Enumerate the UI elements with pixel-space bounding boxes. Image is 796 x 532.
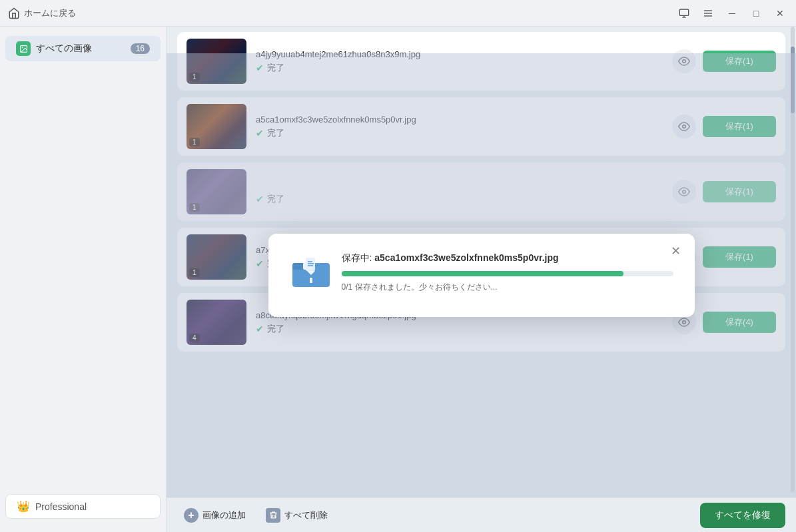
image-svg <box>19 45 28 53</box>
folder-svg <box>290 252 332 290</box>
screen-button[interactable] <box>673 3 695 24</box>
modal-filename: a5ca1omxf3c3we5zolxfnnek0ms5p0vr.jpg <box>374 252 558 263</box>
images-count-badge: 16 <box>131 43 150 54</box>
svg-rect-0 <box>679 9 688 15</box>
titlebar: ホームに戻る ─ □ ✕ <box>0 0 796 27</box>
home-icon <box>8 7 20 19</box>
crown-icon: 👑 <box>17 500 30 513</box>
modal-body: 保存中: a5ca1omxf3c3we5zolxfnnek0ms5p0vr.jp… <box>290 252 673 293</box>
minimize-button[interactable]: ─ <box>721 3 743 24</box>
save-dialog: ✕ <box>268 234 695 317</box>
folder-icon <box>290 252 330 289</box>
modal-close-button[interactable]: ✕ <box>667 242 685 260</box>
sidebar-item-all-images[interactable]: すべての画像 16 <box>5 36 161 61</box>
professional-label: Professional <box>35 501 87 512</box>
delete-icon <box>266 508 280 523</box>
window-controls: ─ □ ✕ <box>673 0 791 27</box>
svg-rect-15 <box>306 258 315 271</box>
modal-title: 保存中: a5ca1omxf3c3we5zolxfnnek0ms5p0vr.jp… <box>342 252 673 264</box>
add-images-button[interactable]: + 画像の追加 <box>177 504 252 527</box>
bottom-bar: + 画像の追加 すべて削除 すべてを修復 <box>167 497 796 532</box>
images-icon <box>16 41 31 56</box>
all-images-label: すべての画像 <box>36 43 92 55</box>
delete-all-label: すべて削除 <box>284 509 328 521</box>
sidebar: すべての画像 16 👑 Professional <box>0 27 167 532</box>
home-button[interactable]: ホームに戻る <box>8 7 76 19</box>
main-layout: すべての画像 16 👑 Professional 1 a4jy9yuuab4mt… <box>0 27 796 532</box>
modal-progress-text: 0/1 保存されました。少々お待ちください... <box>342 282 673 293</box>
content-area: 1 a4jy9yuuab4mtej2me61zhua0s8n3x9m.jpg ✔… <box>167 27 796 532</box>
add-icon: + <box>184 508 199 523</box>
sidebar-item-left: すべての画像 <box>16 41 92 56</box>
menu-icon <box>703 8 713 19</box>
saving-prefix: 保存中: <box>342 252 375 263</box>
progress-bar-fill <box>342 271 623 276</box>
repair-all-button[interactable]: すべてを修復 <box>700 503 785 528</box>
modal-overlay: ✕ <box>167 53 796 497</box>
modal-content: 保存中: a5ca1omxf3c3we5zolxfnnek0ms5p0vr.jp… <box>342 252 673 293</box>
close-button[interactable]: ✕ <box>769 3 791 24</box>
trash-svg <box>269 511 278 519</box>
professional-button[interactable]: 👑 Professional <box>5 494 161 519</box>
bottom-left: + 画像の追加 すべて削除 <box>177 504 334 527</box>
menu-button[interactable] <box>697 3 719 24</box>
svg-rect-20 <box>310 278 312 283</box>
maximize-button[interactable]: □ <box>745 3 767 24</box>
delete-all-button[interactable]: すべて削除 <box>259 504 334 527</box>
home-label: ホームに戻る <box>24 7 76 19</box>
progress-bar-wrap <box>342 271 673 276</box>
add-images-label: 画像の追加 <box>202 509 246 521</box>
svg-point-7 <box>21 47 23 48</box>
screen-icon <box>679 8 689 19</box>
